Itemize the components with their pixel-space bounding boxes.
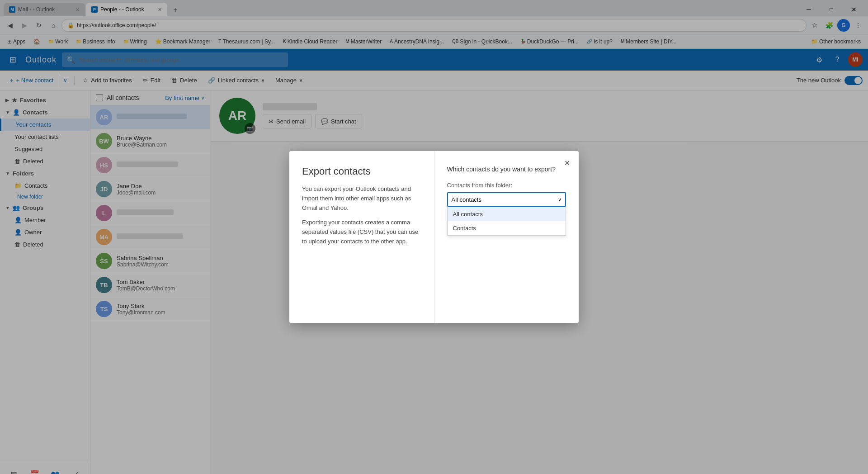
- folder-select[interactable]: All contacts ∨: [447, 192, 566, 207]
- modal-overlay: Export contacts You can export your Outl…: [0, 0, 868, 474]
- modal-title: Export contacts: [302, 166, 421, 177]
- modal-right-panel: Which contacts do you want to export? Co…: [434, 151, 579, 323]
- folder-select-wrapper: All contacts ∨ All contacts Contacts: [447, 192, 566, 207]
- folder-select-chevron: ∨: [558, 197, 561, 203]
- folder-dropdown: All contacts Contacts: [447, 207, 566, 236]
- dropdown-item-all-contacts[interactable]: All contacts: [448, 207, 566, 221]
- modal-left-panel: Export contacts You can export your Outl…: [289, 151, 434, 323]
- modal-question: Which contacts do you want to export?: [447, 166, 566, 173]
- export-contacts-modal: Export contacts You can export your Outl…: [289, 151, 579, 323]
- close-icon: ✕: [564, 159, 570, 167]
- folder-label: Contacts from this folder:: [447, 182, 566, 189]
- modal-close-button[interactable]: ✕: [561, 156, 573, 169]
- modal-description-2: Exporting your contacts creates a comma …: [302, 218, 421, 246]
- dropdown-item-contacts[interactable]: Contacts: [448, 221, 566, 235]
- modal-description-1: You can export your Outlook contacts and…: [302, 185, 421, 213]
- folder-select-value: All contacts: [452, 196, 481, 203]
